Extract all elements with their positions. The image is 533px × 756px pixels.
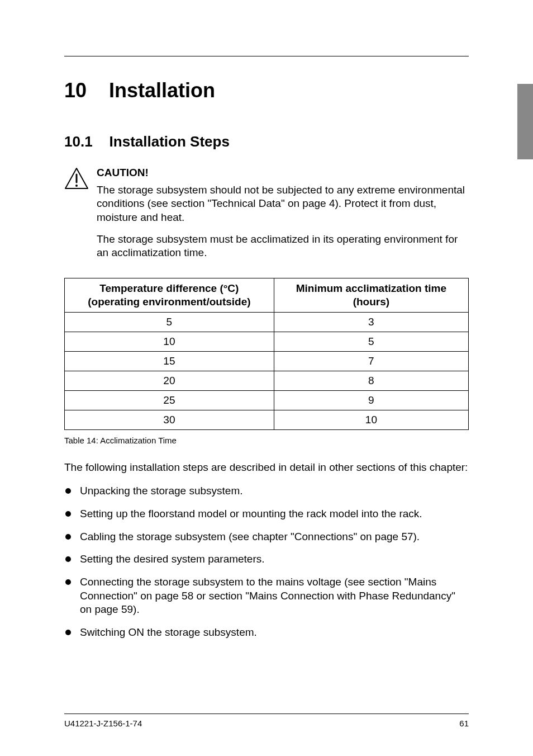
list-item: Setting up the floorstand model or mount… bbox=[64, 507, 469, 521]
cell-hours: 9 bbox=[274, 390, 468, 410]
steps-list: Unpacking the storage subsystem. Setting… bbox=[64, 484, 469, 640]
cell-temp: 25 bbox=[65, 390, 274, 410]
table-row: 5 3 bbox=[65, 312, 469, 332]
cell-temp: 20 bbox=[65, 371, 274, 390]
table-row: 20 8 bbox=[65, 371, 469, 390]
chapter-title: Installation bbox=[109, 79, 215, 102]
th-col1-line2: (operating environment/outside) bbox=[88, 296, 250, 308]
th-col1-line1: Temperature difference (°C) bbox=[99, 282, 239, 294]
chapter-heading: 10Installation bbox=[64, 79, 469, 102]
table-row: 15 7 bbox=[65, 351, 469, 371]
caution-icon bbox=[64, 167, 89, 192]
table-row: 30 10 bbox=[65, 410, 469, 429]
list-item: Connecting the storage subsystem to the … bbox=[64, 575, 469, 617]
th-col2-line2: (hours) bbox=[353, 296, 389, 308]
cell-hours: 5 bbox=[274, 332, 468, 351]
th-col2-line1: Minimum acclimatization time bbox=[296, 282, 446, 294]
cell-temp: 30 bbox=[65, 410, 274, 429]
side-tab bbox=[517, 84, 533, 159]
table-header-col2: Minimum acclimatization time (hours) bbox=[274, 278, 468, 313]
page-footer: U41221-J-Z156-1-74 61 bbox=[64, 714, 469, 728]
footer-left: U41221-J-Z156-1-74 bbox=[64, 719, 142, 728]
list-item: Setting the desired system parameters. bbox=[64, 552, 469, 566]
acclimatization-table: Temperature difference (°C) (operating e… bbox=[64, 278, 469, 430]
section-title: Installation Steps bbox=[110, 133, 230, 150]
footer-right: 61 bbox=[459, 719, 469, 728]
cell-hours: 10 bbox=[274, 410, 468, 429]
section-number: 10.1 bbox=[64, 133, 93, 150]
list-item: Cabling the storage subsystem (see chapt… bbox=[64, 530, 469, 544]
caution-text: CAUTION! The storage subsystem should no… bbox=[97, 166, 469, 268]
top-rule bbox=[64, 56, 469, 56]
section-heading: 10.1Installation Steps bbox=[64, 133, 469, 150]
list-item: Unpacking the storage subsystem. bbox=[64, 484, 469, 498]
cell-hours: 3 bbox=[274, 312, 468, 332]
cell-temp: 5 bbox=[65, 312, 274, 332]
caution-label: CAUTION! bbox=[97, 166, 469, 180]
steps-intro: The following installation steps are des… bbox=[64, 461, 469, 475]
table-caption: Table 14: Acclimatization Time bbox=[64, 436, 469, 445]
cell-temp: 15 bbox=[65, 351, 274, 371]
list-item: Switching ON the storage subsystem. bbox=[64, 626, 469, 640]
table-row: 25 9 bbox=[65, 390, 469, 410]
cell-hours: 8 bbox=[274, 371, 468, 390]
table-row: 10 5 bbox=[65, 332, 469, 351]
caution-paragraph-1: The storage subsystem should not be subj… bbox=[97, 183, 469, 225]
table-header-col1: Temperature difference (°C) (operating e… bbox=[65, 278, 274, 313]
svg-point-2 bbox=[75, 185, 78, 187]
caution-block: CAUTION! The storage subsystem should no… bbox=[64, 166, 469, 268]
cell-temp: 10 bbox=[65, 332, 274, 351]
cell-hours: 7 bbox=[274, 351, 468, 371]
chapter-number: 10 bbox=[64, 79, 87, 102]
caution-paragraph-2: The storage subsystem must be acclimatiz… bbox=[97, 233, 469, 260]
